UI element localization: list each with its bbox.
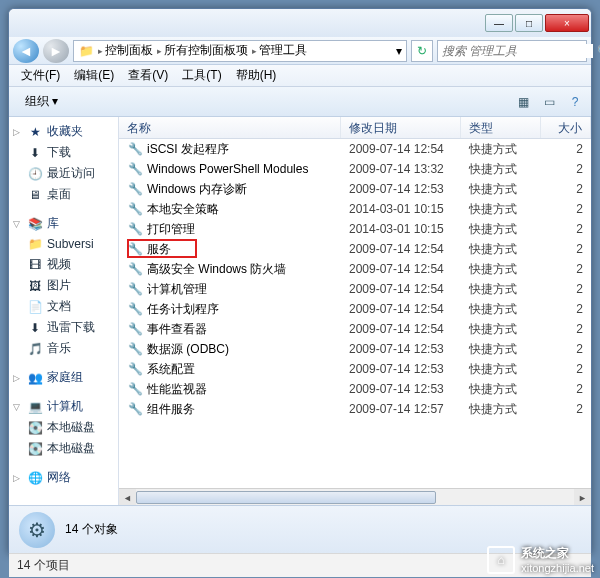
sidebar-libraries[interactable]: ▽📚库 [9, 213, 118, 234]
file-name: 打印管理 [147, 221, 195, 238]
sidebar-item[interactable]: 🖼图片 [9, 275, 118, 296]
col-date[interactable]: 修改日期 [341, 117, 461, 138]
sidebar-item[interactable]: 📁Subversi [9, 234, 118, 254]
table-row[interactable]: 🔧Windows 内存诊断2009-07-14 12:53快捷方式2 [119, 179, 591, 199]
menu-file[interactable]: 文件(F) [15, 65, 66, 86]
search-input[interactable] [442, 44, 593, 58]
minimize-button[interactable]: — [485, 14, 513, 32]
file-name: 数据源 (ODBC) [147, 341, 229, 358]
crumb[interactable]: 所有控制面板项 [164, 42, 248, 59]
shortcut-icon: 🔧 [127, 341, 143, 357]
sidebar-item[interactable]: 📄文档 [9, 296, 118, 317]
sidebar-item[interactable]: 🎵音乐 [9, 338, 118, 359]
file-name: Windows PowerShell Modules [147, 162, 308, 176]
table-row[interactable]: 🔧事件查看器2009-07-14 12:54快捷方式2 [119, 319, 591, 339]
table-row[interactable]: 🔧组件服务2009-07-14 12:57快捷方式2 [119, 399, 591, 419]
sidebar-network[interactable]: ▷🌐网络 [9, 467, 118, 488]
tool-bar: 组织 ▾ ▦ ▭ ? [9, 87, 591, 117]
crumb[interactable]: 控制面板 [105, 42, 153, 59]
horizontal-scrollbar[interactable]: ◄ ► [119, 488, 591, 505]
file-date: 2009-07-14 12:53 [341, 182, 461, 196]
table-row[interactable]: 🔧打印管理2014-03-01 10:15快捷方式2 [119, 219, 591, 239]
close-button[interactable]: × [545, 14, 589, 32]
file-name: iSCSI 发起程序 [147, 141, 229, 158]
table-row[interactable]: 🔧计算机管理2009-07-14 12:54快捷方式2 [119, 279, 591, 299]
menu-view[interactable]: 查看(V) [122, 65, 174, 86]
sidebar-favorites[interactable]: ▷★收藏夹 [9, 121, 118, 142]
table-row[interactable]: 🔧性能监视器2009-07-14 12:53快捷方式2 [119, 379, 591, 399]
file-size: 2 [541, 362, 591, 376]
scroll-thumb[interactable] [136, 491, 436, 504]
address-bar[interactable]: 📁 ▸控制面板 ▸所有控制面板项 ▸管理工具 ▾ [73, 40, 407, 62]
file-name: 本地安全策略 [147, 201, 219, 218]
file-type: 快捷方式 [461, 361, 541, 378]
title-bar[interactable]: — □ × [9, 9, 591, 37]
search-box[interactable]: 🔍 [437, 40, 587, 62]
shortcut-icon: 🔧 [127, 401, 143, 417]
col-name[interactable]: 名称 [119, 117, 341, 138]
refresh-button[interactable]: ↻ [411, 40, 433, 62]
disk-icon: 💽 [27, 441, 43, 457]
crumb[interactable]: 管理工具 [259, 42, 307, 59]
scroll-right-button[interactable]: ► [574, 489, 591, 505]
file-date: 2009-07-14 13:32 [341, 162, 461, 176]
file-size: 2 [541, 302, 591, 316]
file-size: 2 [541, 202, 591, 216]
table-row[interactable]: 🔧数据源 (ODBC)2009-07-14 12:53快捷方式2 [119, 339, 591, 359]
sidebar-item[interactable]: 🖥桌面 [9, 184, 118, 205]
col-size[interactable]: 大小 [541, 117, 591, 138]
file-type: 快捷方式 [461, 401, 541, 418]
file-type: 快捷方式 [461, 321, 541, 338]
shortcut-icon: 🔧 [127, 181, 143, 197]
table-row[interactable]: 🔧任务计划程序2009-07-14 12:54快捷方式2 [119, 299, 591, 319]
homegroup-icon: 👥 [27, 370, 43, 386]
file-size: 2 [541, 162, 591, 176]
sidebar-item[interactable]: 💽本地磁盘 [9, 438, 118, 459]
file-size: 2 [541, 282, 591, 296]
sidebar-item[interactable]: ⬇迅雷下载 [9, 317, 118, 338]
preview-pane-button[interactable]: ▭ [539, 92, 559, 112]
sidebar-homegroup[interactable]: ▷👥家庭组 [9, 367, 118, 388]
file-size: 2 [541, 402, 591, 416]
menu-tools[interactable]: 工具(T) [176, 65, 227, 86]
content-area: 名称 修改日期 类型 大小 🔧iSCSI 发起程序2009-07-14 12:5… [119, 117, 591, 505]
maximize-button[interactable]: □ [515, 14, 543, 32]
file-size: 2 [541, 222, 591, 236]
file-date: 2009-07-14 12:54 [341, 142, 461, 156]
file-type: 快捷方式 [461, 221, 541, 238]
table-row[interactable]: 🔧服务2009-07-14 12:54快捷方式2 [119, 239, 591, 259]
menu-edit[interactable]: 编辑(E) [68, 65, 120, 86]
file-list[interactable]: 🔧iSCSI 发起程序2009-07-14 12:54快捷方式2🔧Windows… [119, 139, 591, 488]
file-date: 2009-07-14 12:54 [341, 282, 461, 296]
back-button[interactable]: ◄ [13, 39, 39, 63]
col-type[interactable]: 类型 [461, 117, 541, 138]
file-size: 2 [541, 262, 591, 276]
address-dropdown[interactable]: ▾ [396, 44, 402, 58]
sidebar-item[interactable]: 🎞视频 [9, 254, 118, 275]
network-icon: 🌐 [27, 470, 43, 486]
file-type: 快捷方式 [461, 161, 541, 178]
organize-button[interactable]: 组织 ▾ [15, 89, 68, 114]
table-row[interactable]: 🔧Windows PowerShell Modules2009-07-14 13… [119, 159, 591, 179]
sidebar-item[interactable]: 💽本地磁盘 [9, 417, 118, 438]
forward-button[interactable]: ► [43, 39, 69, 63]
shortcut-icon: 🔧 [127, 161, 143, 177]
view-mode-button[interactable]: ▦ [513, 92, 533, 112]
help-button[interactable]: ? [565, 92, 585, 112]
file-date: 2009-07-14 12:54 [341, 302, 461, 316]
download-icon: ⬇ [27, 145, 43, 161]
file-name: Windows 内存诊断 [147, 181, 247, 198]
file-name: 组件服务 [147, 401, 195, 418]
scroll-left-button[interactable]: ◄ [119, 489, 136, 505]
shortcut-icon: 🔧 [127, 261, 143, 277]
table-row[interactable]: 🔧高级安全 Windows 防火墙2009-07-14 12:54快捷方式2 [119, 259, 591, 279]
table-row[interactable]: 🔧系统配置2009-07-14 12:53快捷方式2 [119, 359, 591, 379]
file-name: 计算机管理 [147, 281, 207, 298]
sidebar-item[interactable]: ⬇下载 [9, 142, 118, 163]
table-row[interactable]: 🔧iSCSI 发起程序2009-07-14 12:54快捷方式2 [119, 139, 591, 159]
sidebar-computer[interactable]: ▽💻计算机 [9, 396, 118, 417]
menu-help[interactable]: 帮助(H) [230, 65, 283, 86]
table-row[interactable]: 🔧本地安全策略2014-03-01 10:15快捷方式2 [119, 199, 591, 219]
sidebar-item[interactable]: 🕘最近访问 [9, 163, 118, 184]
shortcut-icon: 🔧 [127, 361, 143, 377]
